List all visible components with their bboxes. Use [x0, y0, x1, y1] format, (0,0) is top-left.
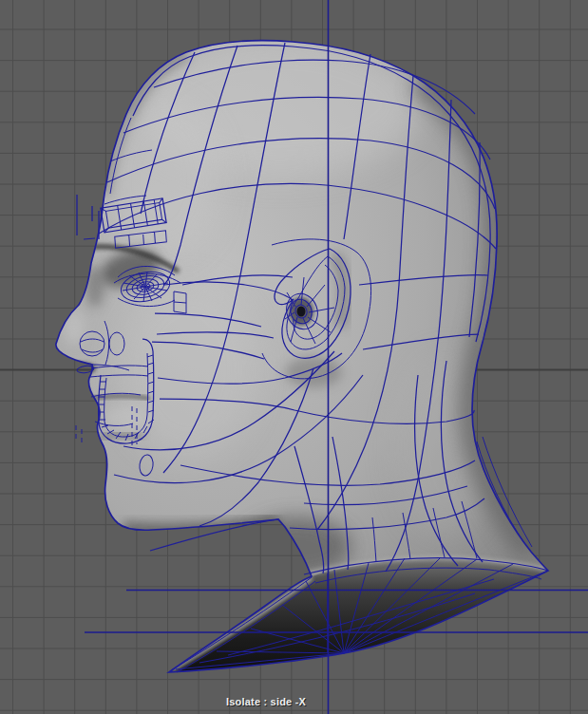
- head-model[interactable]: [56, 33, 548, 672]
- viewport-canvas[interactable]: [0, 0, 588, 714]
- floating-ticks: [77, 195, 99, 239]
- head-shading: [56, 33, 548, 672]
- isolate-hud-label: Isolate : side -X: [195, 696, 337, 707]
- maya-viewport[interactable]: Isolate : side -X: [0, 0, 588, 714]
